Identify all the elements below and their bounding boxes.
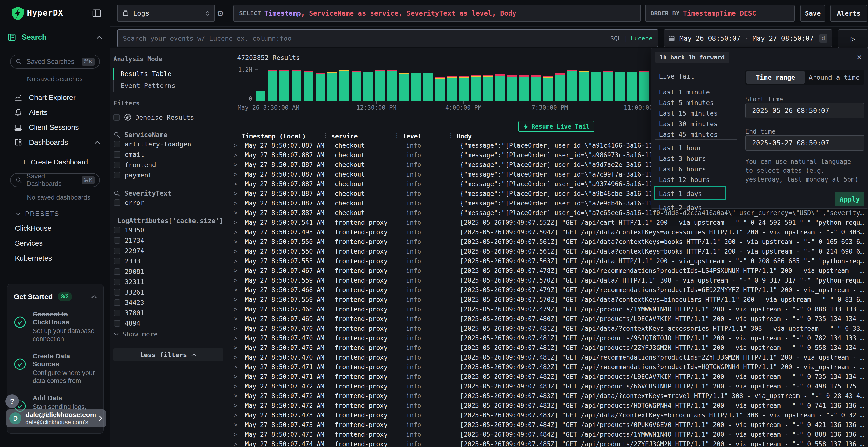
- table-row[interactable]: >May 27 8:50:07.474 AMfrontend-proxyinfo…: [230, 439, 868, 447]
- sidebar-item-dashboards[interactable]: Dashboards: [0, 136, 110, 149]
- filter-value-row[interactable]: 22974: [113, 246, 223, 255]
- histogram-bar[interactable]: [627, 72, 637, 101]
- filter-value-row[interactable]: 2333: [113, 256, 223, 266]
- row-expand-chevron-icon[interactable]: >: [230, 209, 245, 216]
- row-expand-chevron-icon[interactable]: >: [230, 277, 245, 284]
- filter-checkbox[interactable]: [114, 310, 120, 316]
- histogram-bar[interactable]: [483, 75, 493, 101]
- histogram-bar[interactable]: [363, 72, 373, 101]
- table-row[interactable]: >May 27 8:50:07.470 AMfrontend-proxyinfo…: [230, 343, 868, 353]
- row-expand-chevron-icon[interactable]: >: [230, 335, 245, 342]
- table-row[interactable]: >May 27 8:50:07.887 AMcheckoutinfo{"mess…: [230, 208, 868, 218]
- row-expand-chevron-icon[interactable]: >: [230, 229, 245, 236]
- filter-checkbox[interactable]: [114, 248, 120, 254]
- filter-checkbox[interactable]: [114, 299, 120, 306]
- histogram-bar[interactable]: [399, 73, 409, 101]
- table-row[interactable]: >May 27 8:50:07.467 AMfrontend-proxyinfo…: [230, 266, 868, 276]
- row-expand-chevron-icon[interactable]: >: [230, 248, 245, 255]
- row-expand-chevron-icon[interactable]: >: [230, 161, 245, 168]
- analysis-mode-option[interactable]: Results Table: [113, 68, 223, 80]
- row-expand-chevron-icon[interactable]: >: [230, 296, 245, 303]
- orderby-input[interactable]: ORDER BY TimestampTime DESC: [645, 5, 795, 22]
- filter-value-row[interactable]: 32311: [113, 277, 223, 286]
- source-settings-gear-icon[interactable]: ⚙: [217, 5, 223, 21]
- histogram-bar[interactable]: [351, 71, 361, 101]
- histogram-bar[interactable]: [388, 70, 397, 101]
- histogram-bar[interactable]: [567, 70, 577, 101]
- row-expand-chevron-icon[interactable]: >: [230, 219, 245, 226]
- table-row[interactable]: >May 27 8:50:07.468 AMfrontend-proxyinfo…: [230, 304, 868, 314]
- mode-sql-toggle[interactable]: SQL: [610, 35, 621, 42]
- filter-checkbox[interactable]: [114, 279, 120, 285]
- row-expand-chevron-icon[interactable]: >: [230, 315, 245, 322]
- histogram-bar[interactable]: [471, 75, 481, 101]
- table-row[interactable]: >May 27 8:50:07.471 AMfrontend-proxyinfo…: [230, 362, 868, 372]
- filter-value-row[interactable]: artillery-loadgen: [113, 139, 223, 149]
- col-header-service[interactable]: service: [331, 133, 403, 140]
- row-expand-chevron-icon[interactable]: >: [230, 383, 245, 390]
- time-range-option[interactable]: Last 3 hours: [659, 155, 706, 162]
- row-expand-chevron-icon[interactable]: >: [230, 286, 245, 294]
- sidebar-item-client-sessions[interactable]: Client Sessions: [0, 121, 110, 134]
- col-header-timestamp[interactable]: Timestamp (Local): [242, 133, 331, 140]
- row-expand-chevron-icon[interactable]: >: [230, 364, 245, 370]
- table-row[interactable]: >May 27 8:50:07.493 AMfrontend-proxyinfo…: [230, 227, 868, 237]
- filter-checkbox[interactable]: [114, 227, 120, 233]
- row-expand-chevron-icon[interactable]: >: [230, 238, 245, 245]
- row-expand-chevron-icon[interactable]: >: [230, 200, 245, 207]
- histogram-bar[interactable]: [304, 71, 313, 101]
- table-row[interactable]: >May 27 8:50:07.470 AMfrontend-proxyinfo…: [230, 353, 868, 362]
- row-expand-chevron-icon[interactable]: >: [230, 392, 245, 399]
- filter-checkbox[interactable]: [114, 320, 120, 326]
- histogram-bar[interactable]: [447, 76, 457, 101]
- presets-toggle[interactable]: PRESETS: [0, 210, 110, 217]
- time-range-option[interactable]: Live Tail: [659, 72, 694, 80]
- filter-value-row[interactable]: 37801: [113, 308, 223, 318]
- histogram-bar[interactable]: [424, 73, 433, 101]
- time-range-option[interactable]: Last 1 days: [659, 190, 702, 198]
- row-expand-chevron-icon[interactable]: >: [230, 421, 245, 428]
- filter-checkbox[interactable]: [114, 258, 120, 265]
- table-row[interactable]: >May 27 8:50:07.550 AMfrontend-proxyinfo…: [230, 237, 868, 247]
- alerts-button[interactable]: Alerts: [830, 5, 867, 22]
- filter-value-row[interactable]: frontend: [113, 160, 223, 170]
- filter-value-row[interactable]: email: [113, 149, 223, 159]
- histogram-bar[interactable]: [435, 77, 445, 101]
- saved-dashboards-input[interactable]: Saved Dashboards ⌘K: [10, 173, 100, 187]
- row-expand-chevron-icon[interactable]: >: [230, 306, 245, 313]
- filter-value-row[interactable]: 33261: [113, 287, 223, 297]
- row-expand-chevron-icon[interactable]: >: [230, 402, 245, 409]
- sidebar-toggle-icon[interactable]: [92, 8, 102, 18]
- saved-searches-input[interactable]: Saved Searches ⌘K: [10, 55, 100, 69]
- time-range-option[interactable]: Last 6 hours: [659, 166, 706, 173]
- table-row[interactable]: >May 27 8:50:07.472 AMfrontend-proxyinfo…: [230, 381, 868, 391]
- table-row[interactable]: >May 27 8:50:07.541 AMfrontend-proxyinfo…: [230, 218, 868, 227]
- filter-checkbox[interactable]: [114, 151, 120, 158]
- table-row[interactable]: >May 27 8:50:07.473 AMfrontend-proxyinfo…: [230, 429, 868, 439]
- row-expand-chevron-icon[interactable]: >: [230, 181, 245, 187]
- histogram-bar[interactable]: [591, 72, 601, 101]
- histogram-bar[interactable]: [531, 75, 541, 101]
- histogram-bar[interactable]: [555, 73, 565, 101]
- filter-checkbox[interactable]: [114, 162, 120, 168]
- preset-clickhouse[interactable]: ClickHouse: [0, 224, 110, 232]
- histogram-bar[interactable]: [543, 76, 553, 101]
- row-expand-chevron-icon[interactable]: >: [230, 344, 245, 351]
- filter-checkbox[interactable]: [114, 289, 120, 296]
- time-range-option[interactable]: Last 1 hour: [659, 144, 702, 152]
- filter-value-row[interactable]: error: [113, 198, 223, 207]
- preset-services[interactable]: Services: [0, 239, 110, 247]
- histogram-bar[interactable]: [519, 75, 529, 101]
- time-range-option[interactable]: Last 2 days: [659, 204, 702, 211]
- table-row[interactable]: >May 27 8:50:07.472 AMfrontend-proxyinfo…: [230, 401, 868, 410]
- user-menu[interactable]: D dale@clickhouse.com dale@clickhouse.co…: [6, 409, 106, 427]
- row-expand-chevron-icon[interactable]: >: [230, 152, 245, 159]
- filter-value-row[interactable]: 29081: [113, 267, 223, 276]
- filter-value-row[interactable]: 21734: [113, 236, 223, 245]
- histogram-bar[interactable]: [411, 73, 421, 101]
- table-row[interactable]: >May 27 8:50:07.553 AMfrontend-proxyinfo…: [230, 256, 868, 266]
- filter-value-row[interactable]: 34423: [113, 298, 223, 307]
- sidebar-section-search[interactable]: Search: [0, 27, 110, 48]
- filter-checkbox[interactable]: [114, 199, 120, 206]
- filter-checkbox[interactable]: [114, 268, 120, 275]
